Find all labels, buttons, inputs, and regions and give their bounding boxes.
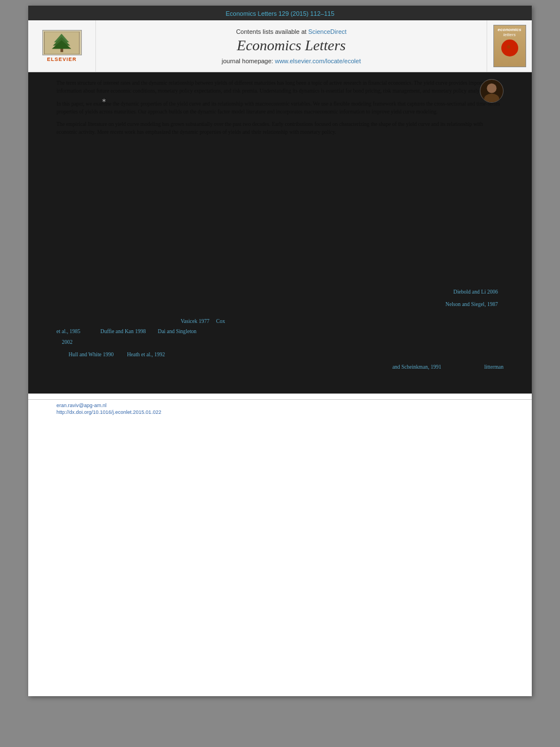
header-left: ELSEVIER xyxy=(28,20,96,72)
cover-red-circle xyxy=(501,40,518,56)
contents-line: Contents lists available at ScienceDirec… xyxy=(236,28,347,35)
page: Economics Letters 129 (2015) 112–115 ELS… xyxy=(28,6,532,696)
top-bar: Economics Letters 129 (2015) 112–115 xyxy=(28,6,532,20)
ref-etal-1985[interactable]: et al., 1985 xyxy=(56,329,80,334)
body-para-1: The term structure of interest rates and… xyxy=(56,79,504,95)
ref-hull-white[interactable]: Hull and White 1990 xyxy=(68,352,113,357)
svg-point-7 xyxy=(507,45,510,49)
footnote-asterisk: ∗ xyxy=(102,96,106,105)
ref-heath-etal[interactable]: Heath et al., 1992 xyxy=(127,352,165,357)
ref-litterman[interactable]: litterman xyxy=(484,364,504,370)
doi-link[interactable]: http://dx.doi.org/10.1016/j.econlet.2015… xyxy=(56,409,504,415)
author-photo xyxy=(480,79,504,103)
ref-cox[interactable]: Cox xyxy=(216,318,225,324)
elsevier-tree-logo xyxy=(42,30,82,55)
ref-2002[interactable]: 2002 xyxy=(62,339,73,345)
header-center: Contents lists available at ScienceDirec… xyxy=(96,20,487,72)
sciencedirect-link[interactable]: ScienceDirect xyxy=(308,28,347,35)
homepage-line: journal homepage: www.elsevier.com/locat… xyxy=(222,58,361,64)
svg-point-9 xyxy=(487,84,496,93)
ref-duffie-kan[interactable]: Duffie and Kan 1998 xyxy=(100,329,146,334)
bottom-links: eran.raviv@apg-am.nl http://dx.doi.org/1… xyxy=(28,399,532,422)
cover-title-economics: economics xyxy=(498,27,522,32)
article-main: ∗ The term structure of interest rates a… xyxy=(28,72,532,394)
header-section: ELSEVIER Contents lists available at Sci… xyxy=(28,20,532,72)
citation-text: Economics Letters 129 (2015) 112–115 xyxy=(226,10,335,17)
ref-nelson-siegel[interactable]: Nelson and Siegel, 1987 xyxy=(445,302,498,307)
email-link[interactable]: eran.raviv@apg-am.nl xyxy=(56,403,504,408)
header-right: economics letters xyxy=(487,20,532,72)
body-para-2: In this paper, we examine the dynamic pr… xyxy=(56,100,504,116)
ref-dai-singleton[interactable]: Dai and Singleton xyxy=(158,329,197,334)
journal-title: Economics Letters xyxy=(237,37,346,54)
cover-title-letters: letters xyxy=(504,32,516,37)
ref-diebold-li[interactable]: Diebold and Li 2006 xyxy=(453,289,498,295)
ref-vasicek[interactable]: Vasicek 1977 xyxy=(181,318,209,324)
article-body: The term structure of interest rates and… xyxy=(56,79,504,387)
body-para-3: The empirical literature on yield curve … xyxy=(56,120,504,137)
journal-cover: economics letters xyxy=(493,25,526,67)
ref-scheinkman[interactable]: and Scheinkman, 1991 xyxy=(392,364,441,370)
elsevier-label: ELSEVIER xyxy=(47,56,77,62)
homepage-link[interactable]: www.elsevier.com/locate/ecolet xyxy=(275,58,361,64)
